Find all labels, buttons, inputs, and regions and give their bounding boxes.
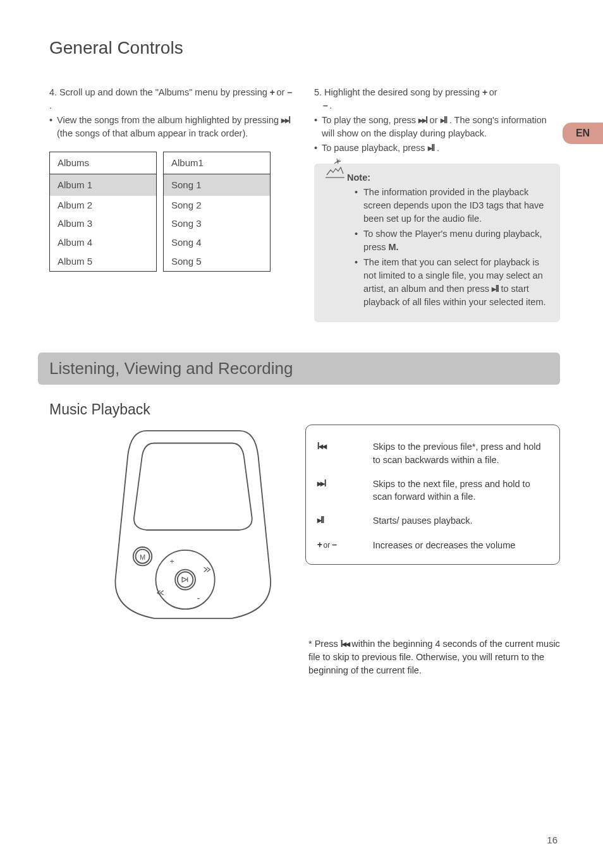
table-row: Album 2 xyxy=(50,196,156,215)
svg-text:+: + xyxy=(169,557,174,566)
controls-table: l◂◂ Skips to the previous file*, press a… xyxy=(305,425,560,565)
table-row: Song 1 xyxy=(164,174,270,196)
control-row-volume: + or – Increases or decreases the volume xyxy=(317,539,548,552)
album-tables: Albums Album 1 Album 2 Album 3 Album 4 A… xyxy=(49,152,295,272)
table-row: Album 3 xyxy=(50,214,156,233)
svg-point-5 xyxy=(178,572,193,588)
step-5: 5. Highlight the desired song by pressin… xyxy=(314,86,560,112)
step4-text-a: 4. Scroll up and down the "Albums" menu … xyxy=(49,87,270,97)
albums-table-head: Albums xyxy=(50,152,156,174)
playpause-icon: ▸ll xyxy=(441,115,447,125)
page-number: 16 xyxy=(547,835,557,845)
control-row-prev: l◂◂ Skips to the previous file*, press a… xyxy=(317,440,548,466)
subsection-title: Music Playback xyxy=(49,401,560,418)
table-row: Album 1 xyxy=(50,174,156,196)
minus-icon: – xyxy=(323,100,327,111)
svg-text:-: - xyxy=(197,593,200,603)
control-row-next: ▸▸l Skips to the next file, press and ho… xyxy=(317,478,548,503)
left-bullet-1a: View the songs from the album highlighte… xyxy=(57,115,281,125)
plus-icon: + xyxy=(317,539,322,550)
svg-text:M: M xyxy=(140,553,145,561)
rb2-b: . xyxy=(437,143,439,153)
language-tab: EN xyxy=(563,123,603,144)
footnote: * Press l◂◂ within the beginning 4 secon… xyxy=(308,637,574,677)
albums-table: Albums Album 1 Album 2 Album 3 Album 4 A… xyxy=(49,152,157,272)
songs-table: Album1 Song 1 Song 2 Song 3 Song 4 Song … xyxy=(163,152,271,272)
plus-icon: + xyxy=(270,87,274,97)
playback-row: M + - l◂◂ Skips to the previous file*, p… xyxy=(49,425,560,626)
note-hand-icon xyxy=(322,156,350,184)
step4-text-b: or xyxy=(277,87,288,97)
playpause-icon: ▸ll xyxy=(317,515,324,525)
section-title: Listening, Viewing and Recording xyxy=(49,359,549,378)
control-desc: Increases or decreases the volume xyxy=(373,539,548,552)
table-row: Song 4 xyxy=(164,233,270,252)
playpause-icon: ▸ll xyxy=(492,284,498,294)
control-desc: Skips to the next file, press and hold t… xyxy=(373,478,548,503)
note-item-2: To show the Player's menu during playbac… xyxy=(355,227,549,254)
control-desc: Skips to the previous file*, press and h… xyxy=(373,440,548,466)
playpause-icon: ▸ll xyxy=(428,143,434,153)
minus-icon: – xyxy=(287,87,291,97)
step4-text-c: . xyxy=(49,100,52,111)
prev-icon: l◂◂ xyxy=(341,639,349,649)
rb1-b: or xyxy=(430,115,441,125)
page-title: General Controls xyxy=(49,38,560,58)
songs-table-head: Album1 xyxy=(164,152,270,174)
right-bullet-1: To play the song, press ▸▸l or ▸ll . The… xyxy=(314,114,560,140)
note-item-3: The item that you can select for playbac… xyxy=(355,256,549,309)
next-icon: ▸▸l xyxy=(281,115,289,125)
step5-b: or xyxy=(489,87,497,97)
device-illustration: M + - xyxy=(100,425,286,626)
note-box: Note: The information provided in the pl… xyxy=(314,164,560,322)
two-column-body: 4. Scroll up and down the "Albums" menu … xyxy=(49,86,560,322)
table-row: Song 2 xyxy=(164,196,270,215)
left-bullet-1b: (the songs of that album appear in track… xyxy=(57,128,248,138)
plus-icon: + xyxy=(482,87,487,97)
right-column: 5. Highlight the desired song by pressin… xyxy=(314,86,560,322)
or-text: or xyxy=(324,541,331,550)
m-key: M. xyxy=(389,242,399,252)
table-row: Album 5 xyxy=(50,252,156,271)
rb2-a: To pause playback, press xyxy=(322,143,428,153)
control-row-playpause: ▸ll Starts/ pauses playback. xyxy=(317,514,548,527)
prev-icon: l◂◂ xyxy=(317,441,326,451)
table-row: Album 4 xyxy=(50,233,156,252)
note-title: Note: xyxy=(347,171,549,184)
left-column: 4. Scroll up and down the "Albums" menu … xyxy=(49,86,295,322)
footnote-a: * Press xyxy=(308,639,341,649)
control-desc: Starts/ pauses playback. xyxy=(373,514,548,527)
rb1-a: To play the song, press xyxy=(322,115,418,125)
step5-a: 5. Highlight the desired song by pressin… xyxy=(314,87,482,97)
next-icon: ▸▸l xyxy=(317,478,326,488)
svg-point-4 xyxy=(175,570,195,590)
table-row: Song 5 xyxy=(164,252,270,271)
next-icon: ▸▸l xyxy=(418,115,427,125)
step-4: 4. Scroll up and down the "Albums" menu … xyxy=(49,86,295,112)
table-row: Song 3 xyxy=(164,214,270,233)
svg-point-3 xyxy=(155,550,214,609)
note-item-1: The information provided in the playback… xyxy=(355,186,549,226)
left-bullet-1: View the songs from the album highlighte… xyxy=(49,114,295,140)
minus-icon: – xyxy=(332,539,336,550)
step5-c: . xyxy=(329,100,332,111)
right-bullet-2: To pause playback, press ▸ll . xyxy=(314,142,560,155)
section-header: Listening, Viewing and Recording xyxy=(38,353,560,385)
